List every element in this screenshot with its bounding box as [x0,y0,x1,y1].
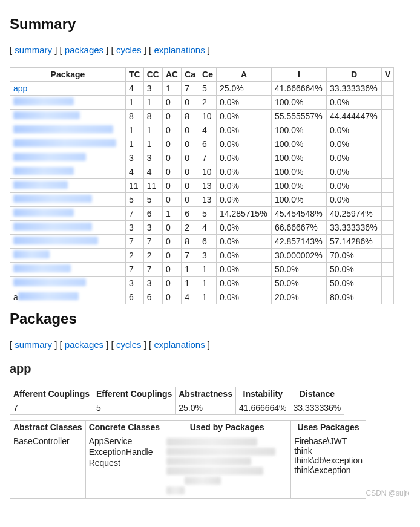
nav-summary-2[interactable]: summary [15,339,52,350]
cell-ac: 0 [162,123,181,137]
table-row: 111100130.0%100.0%0.0% [10,179,394,193]
cell-ce: 3 [199,249,217,263]
cell-ca: 2 [182,221,199,235]
cell-tc: 4 [126,82,144,96]
watermark: CSDN @sujrex [366,489,409,497]
cell-ce: 13 [199,193,217,207]
package-cell [10,221,126,235]
cell-tc: 7 [126,235,144,249]
cell-ca: 1 [182,277,199,290]
td-distance: 33.333336% [290,401,344,415]
cell-d: 0.0% [326,96,381,110]
cell-cc: 3 [143,151,162,165]
cell-i: 30.000002% [271,249,326,263]
cell-d: 70.0% [326,249,381,263]
cell-ca: 0 [182,137,199,151]
cell-cc: 1 [143,137,162,151]
cell-ca: 1 [182,263,199,277]
cell-ca: 6 [182,207,199,221]
th-a: A [216,68,271,82]
cell-tc: 1 [126,123,144,137]
cell-i: 41.666664% [271,82,326,96]
cell-cc: 2 [143,249,162,263]
list-item: ExceptionHandle [89,447,160,457]
cell-cc: 3 [143,82,162,96]
cell-tc: 5 [126,193,144,207]
table-row: 770110.0%50.0%50.0% [10,263,394,277]
cell-i: 100.0% [271,137,326,151]
cell-ce: 5 [199,82,217,96]
cell-d: 0.0% [326,165,381,179]
cell-d: 80.0% [326,290,381,304]
table-row: 330110.0%50.0%50.0% [10,277,394,290]
cell-tc: 3 [126,221,144,235]
nav-summary[interactable]: summary [15,45,52,55]
nav-cycles[interactable]: cycles [116,45,142,55]
table-row: 7616514.285715%45.454548%40.25974% [10,207,394,221]
cell-a: 0.0% [216,96,271,110]
nav-explanations[interactable]: explanations [154,45,205,55]
cell-ce: 7 [199,151,217,165]
cell-ca: 8 [182,235,199,249]
nav-cycles-2[interactable]: cycles [116,339,142,350]
cell-ce: 13 [199,179,217,193]
heading-summary: Summary [10,16,409,33]
th-ac: AC [162,68,181,82]
cell-cc: 8 [143,110,162,123]
cell-tc: 1 [126,137,144,151]
cell-ca: 8 [182,110,199,123]
th-cc: CC [143,68,162,82]
table-row: 330070.0%100.0%0.0% [10,151,394,165]
cell-ce: 1 [199,290,217,304]
nav-packages-2[interactable]: packages [65,339,103,350]
cell-d: 33.333336% [326,82,381,96]
cell-d: 44.444447% [326,110,381,123]
cell-d: 0.0% [326,179,381,193]
cell-i: 66.66667% [271,221,326,235]
package-cell[interactable]: app [10,82,126,96]
cell-ce: 6 [199,235,217,249]
list-item: Request [89,458,160,468]
package-cell [10,137,126,151]
package-cell [10,277,126,290]
cell-d: 50.0% [326,277,381,290]
cell-cc: 1 [143,96,162,110]
cell-i: 50.0% [271,277,326,290]
cell-a: 0.0% [216,193,271,207]
cell-d: 0.0% [326,137,381,151]
cell-cc: 5 [143,193,162,207]
td-efferent: 5 [93,401,176,415]
cell-ac: 1 [162,207,181,221]
heading-app: app [10,362,409,376]
list-item: think\db\exception [294,456,363,465]
cell-v [381,151,393,165]
cell-a: 0.0% [216,123,271,137]
td-abstract-classes: BaseController [10,434,86,499]
nav-bottom: [ summary ] [ packages ] [ cycles ] [ ex… [10,339,409,350]
th-tc: TC [126,68,144,82]
table-row: 110020.0%100.0%0.0% [10,96,394,110]
cell-v [381,207,393,221]
cell-ac: 0 [162,96,181,110]
th-d: D [326,68,381,82]
cell-d: 0.0% [326,193,381,207]
cell-ce: 4 [199,221,217,235]
package-cell [10,235,126,249]
cell-cc: 6 [143,290,162,304]
nav-packages[interactable]: packages [65,45,103,55]
cell-ac: 0 [162,110,181,123]
cell-ac: 0 [162,277,181,290]
cell-i: 100.0% [271,123,326,137]
cell-v [381,249,393,263]
list-item: AppService [89,436,160,446]
cell-i: 45.454548% [271,207,326,221]
cell-i: 100.0% [271,193,326,207]
table-row: 8808100.0%55.555557%44.444447% [10,110,394,123]
nav-explanations-2[interactable]: explanations [154,339,205,350]
cell-ce: 6 [199,137,217,151]
cell-ce: 2 [199,96,217,110]
table-row: 110040.0%100.0%0.0% [10,123,394,137]
cell-tc: 2 [126,249,144,263]
cell-ac: 0 [162,263,181,277]
cell-i: 42.857143% [271,235,326,249]
